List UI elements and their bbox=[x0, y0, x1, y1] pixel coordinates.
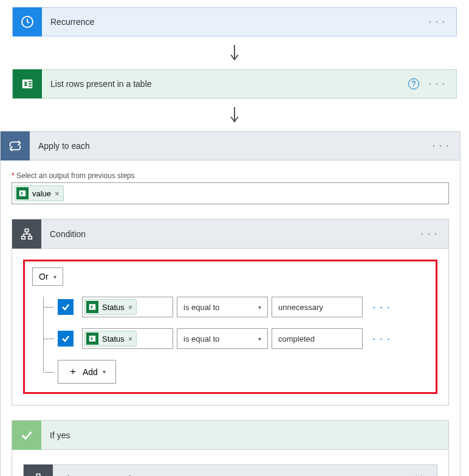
row-checkbox[interactable] bbox=[58, 299, 74, 315]
chevron-down-icon: ▾ bbox=[53, 274, 56, 280]
operator-dropdown[interactable]: is equal to▾ bbox=[177, 328, 268, 349]
excel-icon bbox=[86, 301, 98, 313]
recurrence-title: Recurrence bbox=[42, 17, 429, 27]
condition-title: Condition bbox=[41, 229, 421, 239]
select-output-label: * Select an output from previous steps bbox=[12, 171, 449, 180]
condition-menu[interactable]: · · · bbox=[421, 229, 437, 240]
remove-token-icon[interactable]: × bbox=[55, 189, 60, 198]
excel-icon bbox=[86, 333, 98, 345]
operation-icon bbox=[24, 464, 53, 476]
svg-rect-4 bbox=[29, 86, 32, 87]
token-label: Status bbox=[102, 303, 125, 312]
condition-card[interactable]: Condition · · · bbox=[12, 219, 448, 249]
output-input[interactable]: value × bbox=[12, 182, 449, 204]
clock-icon bbox=[13, 7, 42, 36]
row-checkbox[interactable] bbox=[58, 331, 74, 347]
chevron-down-icon: ▾ bbox=[258, 336, 261, 342]
arrow-icon bbox=[12, 36, 457, 69]
token-label: Status bbox=[102, 334, 125, 343]
remove-token-icon[interactable]: × bbox=[128, 303, 133, 312]
value-input[interactable]: completed bbox=[272, 328, 363, 349]
condition-row: Status × is equal to▾ completed · · · bbox=[43, 328, 428, 349]
logic-operator-dropdown[interactable]: Or▾ bbox=[32, 267, 63, 286]
checkmark-icon bbox=[12, 421, 41, 450]
row-menu[interactable]: · · · bbox=[366, 333, 397, 345]
add-condition-button[interactable]: ＋ Add ▾ bbox=[58, 360, 116, 384]
if-yes-card[interactable]: If yes bbox=[12, 421, 448, 450]
remove-token-icon[interactable]: × bbox=[128, 334, 133, 343]
excel-icon bbox=[13, 69, 42, 98]
excel-card[interactable]: List rows present in a table ? · · · bbox=[12, 69, 457, 98]
svg-rect-9 bbox=[89, 304, 96, 309]
status-token[interactable]: Status × bbox=[84, 299, 137, 315]
svg-rect-5 bbox=[19, 190, 26, 196]
loop-icon bbox=[1, 131, 30, 160]
choose-operation-card[interactable]: Choose an operation ✕ bbox=[23, 464, 437, 476]
operator-dropdown[interactable]: is equal to▾ bbox=[177, 297, 268, 317]
help-icon[interactable]: ? bbox=[408, 78, 419, 89]
svg-rect-8 bbox=[29, 236, 32, 239]
field-input[interactable]: Status × bbox=[82, 297, 173, 317]
excel-title: List rows present in a table bbox=[42, 79, 408, 89]
chevron-down-icon: ▾ bbox=[103, 368, 106, 375]
plus-icon: ＋ bbox=[68, 365, 78, 378]
apply-menu[interactable]: · · · bbox=[433, 140, 449, 151]
close-icon[interactable]: ✕ bbox=[414, 472, 426, 476]
apply-title: Apply to each bbox=[30, 141, 433, 151]
svg-rect-6 bbox=[25, 229, 29, 232]
svg-rect-2 bbox=[29, 81, 32, 82]
apply-card[interactable]: Apply to each · · · bbox=[0, 131, 460, 160]
arrow-icon bbox=[12, 98, 457, 131]
value-input[interactable]: unnecessary bbox=[272, 297, 363, 317]
chevron-down-icon: ▾ bbox=[258, 304, 261, 311]
excel-icon bbox=[16, 187, 29, 199]
token-label: value bbox=[32, 189, 51, 198]
svg-rect-7 bbox=[22, 236, 26, 239]
row-menu[interactable]: · · · bbox=[366, 301, 397, 314]
status-token[interactable]: Status × bbox=[84, 331, 137, 347]
condition-row: Status × is equal to▾ unnecessary · · · bbox=[43, 297, 428, 317]
recurrence-menu[interactable]: · · · bbox=[429, 16, 445, 27]
recurrence-card[interactable]: Recurrence · · · bbox=[12, 7, 457, 36]
if-yes-title: If yes bbox=[41, 430, 448, 440]
condition-icon bbox=[12, 219, 41, 249]
svg-rect-3 bbox=[29, 83, 32, 85]
svg-rect-10 bbox=[89, 336, 96, 341]
condition-rules-box: Or▾ bbox=[23, 260, 437, 394]
field-input[interactable]: Status × bbox=[82, 328, 173, 349]
value-token[interactable]: value × bbox=[15, 185, 64, 201]
excel-menu[interactable]: · · · bbox=[429, 78, 445, 89]
